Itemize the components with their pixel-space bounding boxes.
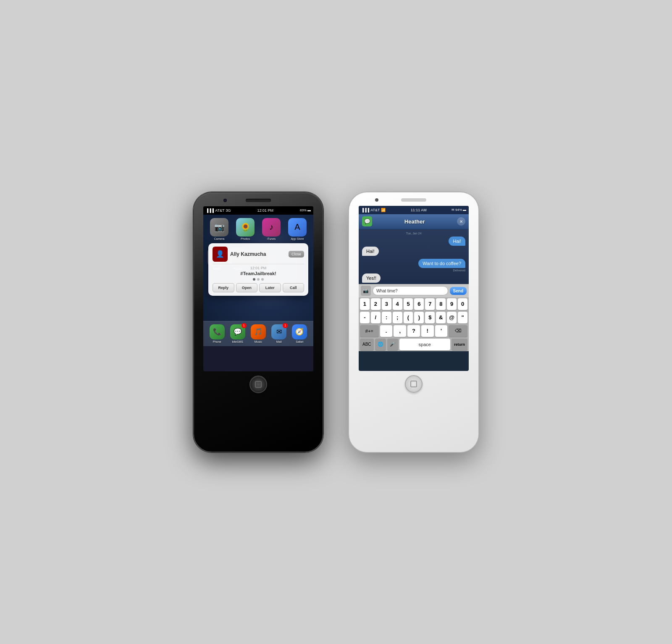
notification-popup: 👤 Ally Kazmucha Close 12:01 PM #TeamJail… <box>208 243 308 296</box>
kb-7[interactable]: 7 <box>425 298 435 310</box>
time-white: 11:11 AM <box>411 208 427 212</box>
front-camera-white <box>375 198 378 202</box>
kb-lparen[interactable]: ( <box>404 312 413 323</box>
kb-dollar[interactable]: $ <box>425 312 435 323</box>
kb-at[interactable]: @ <box>447 312 457 323</box>
appstore-icon: A <box>288 218 307 237</box>
home-button-black[interactable] <box>249 376 267 393</box>
camera-label: Camera <box>214 237 225 240</box>
contact-name: Heather <box>404 218 425 225</box>
status-right-white: ✉ 94% ▬ <box>452 208 466 212</box>
kb-6[interactable]: 6 <box>414 298 424 310</box>
message-text-input[interactable]: What time? <box>373 286 448 295</box>
kb-3[interactable]: 3 <box>382 298 391 310</box>
kb-hashplus[interactable]: #+= <box>360 325 379 337</box>
battery-icon-black: ▬ <box>307 208 311 212</box>
send-button[interactable]: Send <box>450 287 467 295</box>
kb-ampersand[interactable]: & <box>436 312 446 323</box>
dock-music[interactable]: 🎵 Music <box>251 324 266 343</box>
bubble-sent-hai: Hai! <box>449 237 465 246</box>
kb-0[interactable]: 0 <box>458 298 467 310</box>
notif-dot-3 <box>261 278 264 281</box>
kb-quote[interactable]: " <box>458 312 467 323</box>
close-button-white[interactable]: ✕ <box>457 217 465 226</box>
app-itunes[interactable]: ♪ iTunes <box>260 218 283 240</box>
kb-semicolon[interactable]: ; <box>393 312 402 323</box>
later-button[interactable]: Later <box>259 283 281 292</box>
dock-safari[interactable]: 🧭 Safari <box>292 324 307 343</box>
open-button[interactable]: Open <box>236 283 258 292</box>
camera-button-msg[interactable]: 📷 <box>361 286 371 296</box>
dock-sms[interactable]: 💬 1 biteSMS <box>230 324 245 343</box>
photos-label: Photos <box>241 237 250 240</box>
battery-white: 94% <box>455 208 462 212</box>
notif-dot-2 <box>257 278 260 281</box>
time-black: 12:01 PM <box>257 208 273 213</box>
home-button-white[interactable] <box>405 375 423 393</box>
status-bar-white: ▐▐▐ AT&T 📶 11:11 AM ✉ 94% ▬ <box>359 206 469 214</box>
chat-date: Tue, Jan 24 <box>362 232 465 235</box>
itunes-label: iTunes <box>267 237 276 240</box>
notif-close-button[interactable]: Close <box>289 251 304 258</box>
front-camera-black <box>223 199 227 202</box>
kb-dash[interactable]: - <box>360 312 370 323</box>
call-button[interactable]: Call <box>283 283 304 292</box>
chat-area: Tue, Jan 24 Hai! Hai! Want to do coffee?… <box>359 229 469 284</box>
notif-actions: Reply Open Later Call <box>213 283 304 292</box>
input-text: What time? <box>376 289 398 293</box>
safari-dock-label: Safari <box>296 340 303 343</box>
wallpaper-black: 📷 Camera 🌻 Photos ♪ iTunes A App Store <box>203 215 313 346</box>
status-left-white: ▐▐▐ AT&T 📶 <box>361 208 386 212</box>
kb-exclaim[interactable]: ! <box>421 325 434 337</box>
iphone-black: ▐▐▐ AT&T 3G 12:01 PM 83% ▬ 📷 Camera <box>193 192 323 452</box>
phone-dock-label: Phone <box>213 340 221 343</box>
kb-delete[interactable]: ⌫ <box>449 325 467 337</box>
notif-message-text: #TeamJailbreak! <box>213 271 304 276</box>
kb-5[interactable]: 5 <box>404 298 413 310</box>
kb-comma[interactable]: , <box>394 325 406 337</box>
photos-icon: 🌻 <box>236 218 255 237</box>
status-right-black: 83% ▬ <box>300 208 311 212</box>
bubble-received-yes: Yes!! <box>362 273 381 283</box>
kb-rparen[interactable]: ) <box>414 312 424 323</box>
app-camera[interactable]: 📷 Camera <box>207 218 231 240</box>
kb-mic[interactable]: 🎤 <box>387 339 398 350</box>
notif-avatar: 👤 <box>213 247 228 262</box>
battery-black: 83% <box>300 208 307 212</box>
kb-apostrophe[interactable]: ' <box>435 325 448 337</box>
kb-globe[interactable]: 🌐 <box>375 339 386 350</box>
mail-badge: 1 <box>283 323 288 328</box>
kb-slash[interactable]: / <box>371 312 381 323</box>
kb-9[interactable]: 9 <box>447 298 457 310</box>
kb-1[interactable]: 1 <box>360 298 370 310</box>
kb-abc[interactable]: ABC <box>360 339 374 350</box>
app-appstore[interactable]: A App Store <box>286 218 309 240</box>
kb-period[interactable]: . <box>380 325 393 337</box>
kb-4[interactable]: 4 <box>393 298 402 310</box>
kb-2[interactable]: 2 <box>371 298 381 310</box>
kb-row-bottom: ABC 🌐 🎤 space return <box>359 338 469 351</box>
dock-phone[interactable]: 📞 Phone <box>210 324 225 343</box>
kb-8[interactable]: 8 <box>436 298 446 310</box>
sms-badge: 1 <box>242 323 247 328</box>
kb-space[interactable]: space <box>399 339 450 350</box>
keyboard: 1 2 3 4 5 6 7 8 9 0 - / : ; ( <box>359 297 469 351</box>
status-left: ▐▐▐ AT&T 3G <box>206 208 231 213</box>
music-dock-icon: 🎵 <box>251 324 266 339</box>
kb-colon[interactable]: : <box>382 312 391 323</box>
reply-button[interactable]: Reply <box>213 283 234 292</box>
delivered-status: Delivered <box>362 269 465 272</box>
notif-sender-name: Ally Kazmucha <box>230 251 286 257</box>
notif-page-dots <box>213 278 304 281</box>
carrier-black: AT&T <box>215 208 224 213</box>
screen-black: ▐▐▐ AT&T 3G 12:01 PM 83% ▬ 📷 Camera <box>203 206 313 371</box>
iphone-white: ▐▐▐ AT&T 📶 11:11 AM ✉ 94% ▬ 💬 Heather ✕ <box>349 192 479 452</box>
kb-row-numbers: 1 2 3 4 5 6 7 8 9 0 <box>359 297 469 311</box>
home-button-inner-white <box>410 381 417 387</box>
bubble-received-hai: Hai! <box>362 247 379 256</box>
dock-mail[interactable]: ✉ 1 Mail <box>271 324 286 343</box>
kb-return[interactable]: return <box>452 339 467 350</box>
kb-question[interactable]: ? <box>407 325 420 337</box>
status-bar-black: ▐▐▐ AT&T 3G 12:01 PM 83% ▬ <box>203 206 313 215</box>
app-photos[interactable]: 🌻 Photos <box>234 218 257 240</box>
